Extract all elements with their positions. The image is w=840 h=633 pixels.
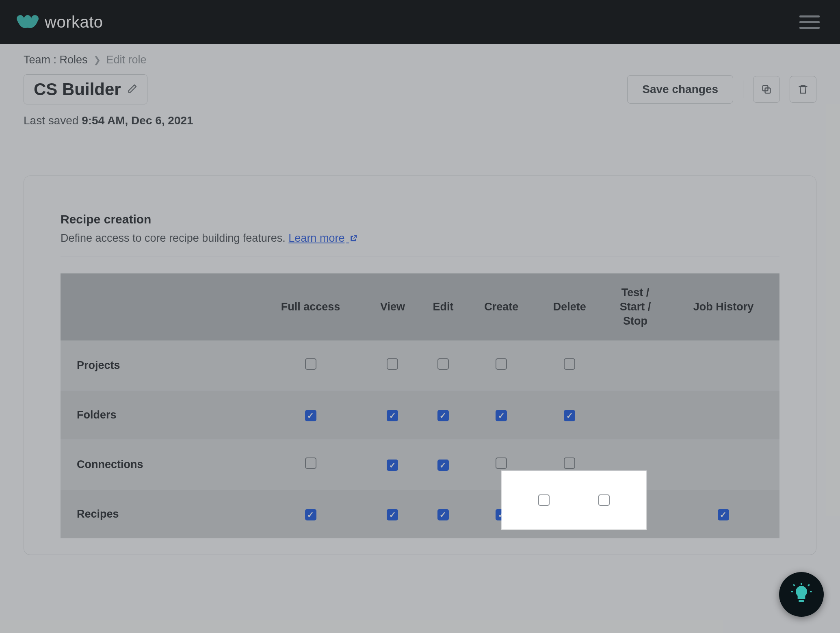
col-header: Edit [420, 273, 467, 340]
checkbox[interactable] [437, 460, 449, 471]
col-header: Job History [667, 273, 779, 340]
help-fab[interactable] [779, 572, 824, 617]
divider [61, 256, 779, 256]
checkbox[interactable] [496, 509, 507, 520]
checkbox[interactable] [496, 410, 507, 421]
section-desc-text: Define access to core recipe building fe… [61, 232, 286, 244]
trash-icon [797, 84, 809, 95]
checkbox[interactable] [630, 509, 641, 520]
logo-mark-icon [16, 14, 39, 30]
row-label: Projects [61, 340, 255, 391]
permission-cell [255, 391, 366, 440]
checkbox[interactable] [437, 509, 449, 520]
permission-cell [536, 490, 603, 539]
permission-cell [467, 440, 536, 490]
checkbox[interactable] [387, 410, 398, 421]
delete-button[interactable] [790, 76, 816, 103]
copy-icon [761, 84, 772, 95]
permission-cell [536, 440, 603, 490]
lightbulb-icon [790, 583, 813, 606]
permission-cell [467, 391, 536, 440]
permission-cell [420, 340, 467, 391]
checkbox[interactable] [496, 358, 507, 370]
checkbox[interactable] [564, 358, 575, 370]
menu-icon[interactable] [799, 15, 824, 29]
permission-cell [366, 490, 420, 539]
last-saved: Last saved 9:54 AM, Dec 6, 2021 [24, 114, 816, 127]
permission-cell [420, 391, 467, 440]
permission-cell [366, 340, 420, 391]
permission-cell [667, 391, 779, 440]
checkbox[interactable] [305, 358, 316, 370]
permission-cell [255, 440, 366, 490]
permission-cell [667, 340, 779, 391]
table-row: Folders [61, 391, 779, 440]
divider [24, 151, 816, 151]
permission-cell [255, 340, 366, 391]
col-header: Delete [536, 273, 603, 340]
permission-cell [366, 440, 420, 490]
breadcrumb-root[interactable]: Team : Roles [24, 54, 88, 66]
svg-line-10 [808, 585, 810, 586]
checkbox[interactable] [437, 358, 449, 370]
checkbox[interactable] [305, 509, 316, 520]
chevron-right-icon: ❯ [93, 55, 101, 65]
checkbox[interactable] [437, 410, 449, 421]
table-row: Recipes [61, 490, 779, 539]
permission-cell [667, 490, 779, 539]
external-link-icon [346, 232, 357, 244]
permission-cell [255, 490, 366, 539]
table-row: Projects [61, 340, 779, 391]
row-label: Recipes [61, 490, 255, 539]
permission-cell [536, 391, 603, 440]
permission-cell [366, 391, 420, 440]
permissions-table: Full accessViewEditCreateDeleteTest /Sta… [61, 273, 779, 538]
permission-cell [667, 440, 779, 490]
checkbox[interactable] [564, 410, 575, 421]
checkbox[interactable] [496, 457, 507, 469]
permission-cell [420, 440, 467, 490]
permissions-panel: Recipe creation Define access to core re… [24, 176, 816, 555]
row-label: Connections [61, 440, 255, 490]
svg-line-9 [793, 585, 795, 586]
checkbox[interactable] [387, 358, 398, 370]
svg-rect-5 [799, 600, 804, 602]
checkbox[interactable] [564, 457, 575, 469]
col-header: Full access [255, 273, 366, 340]
checkbox[interactable] [564, 509, 575, 520]
title-edit-box[interactable]: CS Builder [24, 74, 147, 104]
page-header: CS Builder Save changes [24, 74, 816, 104]
checkbox[interactable] [387, 460, 398, 471]
table-body: ProjectsFoldersConnectionsRecipes [61, 340, 779, 538]
pencil-icon[interactable] [128, 84, 137, 95]
save-button[interactable]: Save changes [627, 75, 733, 104]
permission-cell [603, 490, 667, 539]
permission-cell [467, 340, 536, 391]
checkbox[interactable] [387, 509, 398, 520]
learn-more-link[interactable]: Learn more [288, 232, 357, 244]
col-header: View [366, 273, 420, 340]
checkbox[interactable] [305, 410, 316, 421]
permission-cell [536, 340, 603, 391]
permission-cell [420, 490, 467, 539]
breadcrumb-current: Edit role [106, 54, 147, 66]
header-actions: Save changes [627, 75, 816, 104]
col-header: Test /Start /Stop [603, 273, 667, 340]
permission-cell [603, 340, 667, 391]
permission-cell [467, 490, 536, 539]
brand-name: workato [45, 13, 103, 31]
top-bar: workato [0, 0, 840, 44]
section-title: Recipe creation [61, 212, 779, 226]
copy-button[interactable] [753, 76, 780, 103]
divider [743, 80, 743, 98]
last-saved-prefix: Last saved [24, 114, 78, 127]
last-saved-timestamp: 9:54 AM, Dec 6, 2021 [82, 114, 193, 127]
col-header: Create [467, 273, 536, 340]
page-content: Team : Roles ❯ Edit role CS Builder Save… [0, 44, 840, 555]
table-row: Connections [61, 440, 779, 490]
checkbox[interactable] [305, 457, 316, 469]
col-row-label [61, 273, 255, 340]
checkbox[interactable] [718, 509, 729, 520]
brand-logo[interactable]: workato [16, 13, 103, 31]
breadcrumb: Team : Roles ❯ Edit role [24, 54, 816, 66]
